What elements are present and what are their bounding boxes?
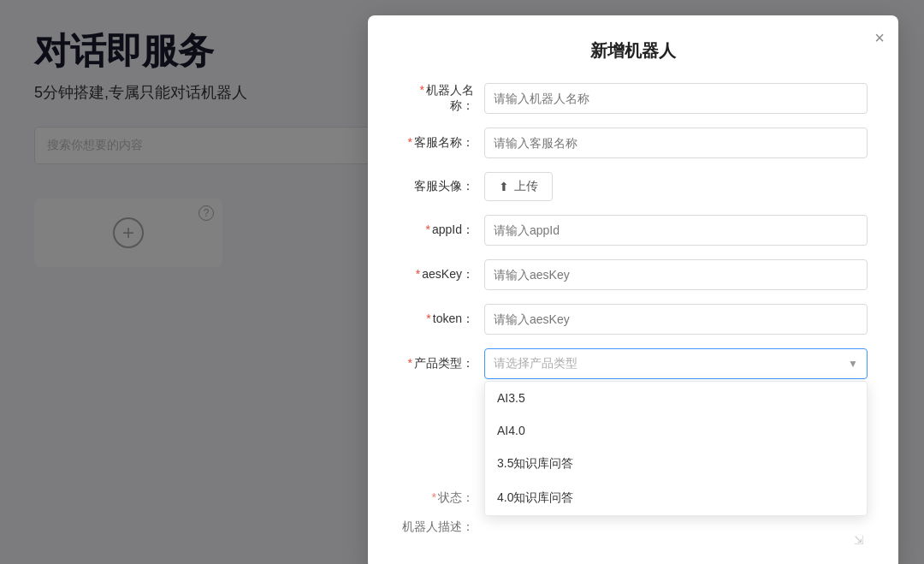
modal-title: 新增机器人 xyxy=(590,41,676,60)
robot-name-label: *机器人名称： xyxy=(399,83,484,114)
service-name-input[interactable] xyxy=(484,128,868,158)
modal-header: 新增机器人 × xyxy=(399,39,868,62)
upload-button[interactable]: ⬆ 上传 xyxy=(484,172,553,201)
avatar-label: 客服头像： xyxy=(399,179,484,194)
avatar-row: 客服头像： ⬆ 上传 xyxy=(399,172,868,201)
add-robot-modal: 新增机器人 × *机器人名称： *客服名称： 客服头像： ⬆ 上传 *appId… xyxy=(368,15,898,564)
status-label: *状态： xyxy=(399,490,484,506)
dropdown-item-kb40[interactable]: 4.0知识库问答 xyxy=(485,481,867,515)
appid-input[interactable] xyxy=(484,215,868,246)
chevron-down-icon: ▼ xyxy=(848,358,858,370)
token-row: *token： xyxy=(399,304,868,335)
modal-close-button[interactable]: × xyxy=(874,29,885,46)
description-label: 机器人描述： xyxy=(399,519,484,535)
resize-hint: ⇲ xyxy=(854,533,864,547)
appid-label: *appId： xyxy=(399,223,484,238)
product-type-label: *产品类型： xyxy=(399,356,484,371)
product-type-select-wrapper: 请选择产品类型 ▼ AI3.5 AI4.0 3.5知识库问答 4.0知识库问答 xyxy=(484,348,868,379)
token-input[interactable] xyxy=(484,304,868,335)
aeskey-row: *aesKey： xyxy=(399,259,868,290)
aeskey-input[interactable] xyxy=(484,259,868,290)
description-row: 机器人描述： xyxy=(399,519,868,535)
aeskey-label: *aesKey： xyxy=(399,267,484,282)
service-name-label: *客服名称： xyxy=(399,135,484,151)
dropdown-item-ai40[interactable]: AI4.0 xyxy=(485,414,867,447)
robot-name-row: *机器人名称： xyxy=(399,83,868,114)
token-label: *token： xyxy=(399,312,484,327)
robot-name-input[interactable] xyxy=(484,83,868,114)
product-type-select[interactable]: 请选择产品类型 ▼ xyxy=(484,348,868,379)
upload-icon: ⬆ xyxy=(499,180,509,193)
appid-row: *appId： xyxy=(399,215,868,246)
product-type-placeholder: 请选择产品类型 xyxy=(494,356,578,371)
product-type-dropdown: AI3.5 AI4.0 3.5知识库问答 4.0知识库问答 xyxy=(484,381,868,516)
dropdown-item-kb35[interactable]: 3.5知识库问答 xyxy=(485,447,867,481)
dropdown-item-ai35[interactable]: AI3.5 xyxy=(485,382,867,414)
service-name-row: *客服名称： xyxy=(399,128,868,158)
product-type-row: *产品类型： 请选择产品类型 ▼ AI3.5 AI4.0 3.5知识库问答 4.… xyxy=(399,348,868,379)
upload-label: 上传 xyxy=(514,179,538,194)
